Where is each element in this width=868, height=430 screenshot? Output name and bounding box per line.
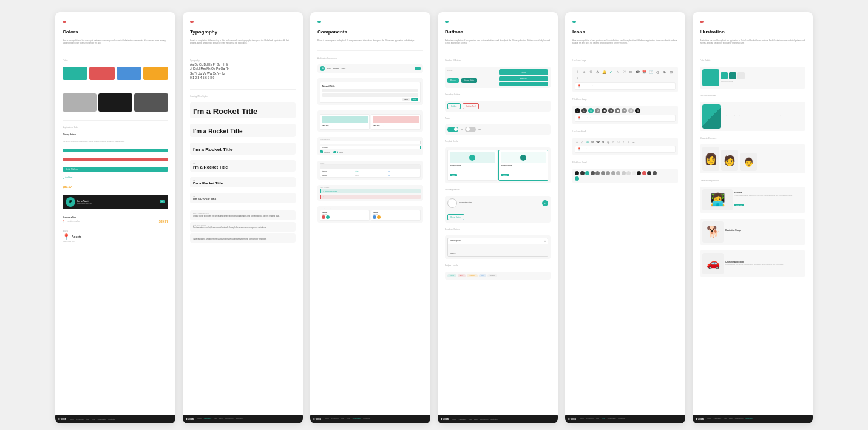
dark-nav-bar: ⊕ Get to Planet Global platform tagline … (63, 195, 168, 209)
components-dot (317, 21, 321, 23)
footer-link-t-active[interactable]: typography (204, 418, 211, 420)
char-figure-3: 👨 (740, 153, 757, 171)
footer-link-t2[interactable]: type (214, 418, 217, 420)
char-figure-1: 👩 (702, 147, 719, 171)
footer-link-illustration[interactable]: illustration (108, 418, 115, 420)
filled-sm-12 (632, 171, 636, 175)
primary-hover-btn[interactable]: Hover State (461, 78, 477, 83)
footer-link-typography[interactable]: typography (76, 418, 84, 420)
search-icon: ⌕ (581, 69, 587, 75)
filled-sm-4 (591, 171, 595, 175)
clock-icon: 🕐 (648, 69, 654, 75)
char-app-btn[interactable]: Learn More (734, 204, 744, 206)
ghost-apps-label: Ghost Applications (445, 189, 551, 191)
home-icon: ⌂ (575, 69, 580, 75)
filled-sm-2 (580, 171, 585, 175)
sm-icon-10: ↑ (622, 140, 626, 144)
heart-icon: ♡ (622, 69, 627, 75)
char-in-app-block: 👩‍💻 Features Application character illus… (700, 187, 805, 213)
filled-sm-15 (647, 171, 651, 175)
outline-btn[interactable]: Outline (447, 103, 461, 109)
swatch-black (98, 93, 132, 112)
footer-link-icons[interactable]: icons (92, 418, 95, 420)
small-btn[interactable]: Small (499, 82, 549, 86)
filled-sm-5 (595, 171, 600, 175)
icons-footer: ⊕ Global colors typography type icons co… (565, 415, 685, 423)
illus-dog: 🐕 (702, 221, 724, 243)
swatch-teal (63, 67, 87, 80)
illustration-page: Illustration Illustrations are used thro… (693, 12, 813, 423)
line-icons-large-label: Line Icons Large (572, 59, 678, 62)
typography-footer: ⊕ Global colors typography type icons co… (183, 415, 303, 423)
swatch-red (89, 67, 114, 80)
colors-dot (63, 21, 66, 23)
toggle-off[interactable] (465, 127, 476, 132)
table-comp: Tables Name Status Action Item One Activ… (317, 161, 423, 180)
palette-color-1 (721, 72, 728, 79)
footer-link-components[interactable]: components (98, 418, 106, 420)
heading-h6-block: H6 I'm a Rocket Title (190, 193, 296, 203)
char-in-app-label: Character in Application (700, 180, 805, 182)
h6-text: I'm a Rocket Title (193, 197, 293, 201)
icon-usage-example: 📍 Get a payment like below (575, 82, 676, 90)
colors-footer: ⊕ Global colors typography type icons co… (55, 415, 175, 423)
two-tone-block: Two-tone silhouette illustrations are us… (700, 102, 805, 131)
large-btn[interactable]: Large (499, 69, 549, 75)
ghost-btn[interactable]: Ghost Button (447, 214, 464, 220)
footer-link-il[interactable]: illustration (236, 418, 242, 420)
tag-icon: ⊕ (662, 69, 667, 75)
toggle-on[interactable] (447, 127, 458, 132)
h3-text: I'm a Rocket Title (193, 147, 293, 152)
filled-sm-3 (585, 171, 589, 175)
pages-container: Colors Here is a compilation of the most… (55, 12, 813, 423)
filled-sm-11 (626, 171, 631, 175)
heading-h1-block: H1 I'm a Rocket Title (190, 102, 296, 118)
footer-link-c[interactable]: colors (197, 418, 202, 420)
standard-btns-label: Standard UI Buttons (445, 59, 551, 62)
primary-btn[interactable]: Button (447, 78, 459, 83)
medium-btn[interactable]: Medium (499, 76, 549, 81)
app-color-bar-red (63, 158, 168, 161)
buttons-footer: ⊕ Global colors typography type icons co… (438, 415, 558, 423)
sm-icon-9: ♡ (616, 140, 620, 144)
template-cards-label: Template Cards (445, 140, 551, 143)
template-cards-block: Template Name Description Select Templat… (445, 147, 551, 183)
filled-icon-1: ⌂ (575, 108, 580, 113)
form-comp: Form Elements Input placeholder Active f… (317, 137, 423, 155)
color-palette-label: Color Palette (700, 59, 805, 62)
outline-red-btn[interactable]: Outline Red (463, 103, 480, 109)
footer-links-typo: colors typography type icons components … (197, 418, 243, 420)
footer-link-i[interactable]: icons (219, 418, 223, 420)
components-desc: Below is an example of each global UI co… (317, 39, 423, 42)
footer-link-co[interactable]: components (225, 418, 234, 420)
typography-title: Typography (190, 29, 296, 35)
color-palette-block: Brand color palette (700, 67, 805, 89)
buttons-page: Buttons Below is a compilation of best p… (438, 12, 558, 423)
components-page: Components Below is an example of each g… (310, 12, 430, 423)
phone-icon: ☎ (635, 69, 640, 75)
colors-desc: Here is a compilation of the most up to … (63, 39, 168, 44)
footer-link-type[interactable]: type (86, 418, 89, 420)
badges-block: Active Error Warning Info Neutral (445, 272, 551, 280)
badge-error: Error (458, 274, 466, 277)
line-icons-small-label: Line Icons Small (572, 130, 678, 133)
sm-icon-7: ◎ (606, 140, 610, 144)
footer-link-colors[interactable]: colors (70, 418, 74, 420)
get-to-platform-btn[interactable]: Get to Platform (63, 167, 168, 172)
filled-icon-8: ✦ (622, 108, 627, 113)
add-item-row: + Add Item (63, 176, 168, 180)
illus-extra-block: 🐕 Illustration Usage Pet and lifestyle i… (700, 219, 805, 245)
secondary-btns-label: Secondary Buttons (445, 93, 551, 96)
badge-success: Active (447, 274, 456, 277)
navbar-comp: ⊕ Home Features About CTA (317, 64, 423, 73)
font-variations: Body / Paragraph Styles Unique body text… (190, 210, 296, 244)
badges-label: Badges / Labels (445, 264, 551, 267)
filled-icons-large-label: Filled Icons Large (572, 98, 678, 101)
filled-sm-9 (616, 171, 620, 175)
filled-sm-8 (611, 171, 615, 175)
icons-dot (572, 21, 576, 23)
filled-sm-6 (601, 171, 605, 175)
heading-h5-block: H5 I'm a Rocket Title (190, 177, 296, 187)
buttons-title: Buttons (445, 29, 551, 35)
dropdown-block: Select Option ▾ Option 1 Option 2 Option… (445, 235, 551, 259)
